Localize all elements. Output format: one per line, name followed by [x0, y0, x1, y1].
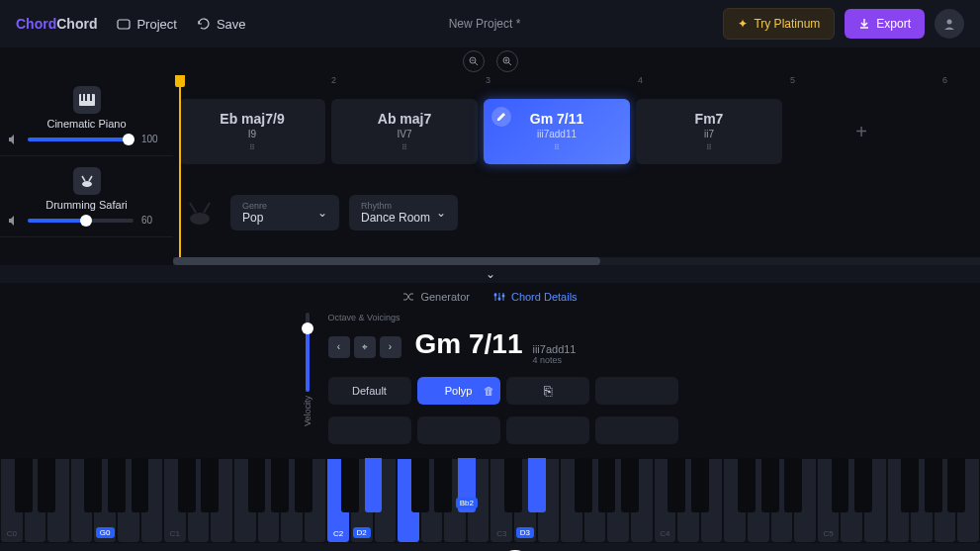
chord-roman: iii7add11 — [537, 129, 577, 139]
zoom-out-icon — [469, 56, 479, 66]
chord-block-active[interactable]: Gm 7/11 iii7add11 ⠿ — [484, 99, 630, 164]
chord-block[interactable]: Eb maj7/9 I9 ⠿ — [179, 99, 325, 164]
horizontal-scrollbar[interactable] — [173, 257, 980, 265]
piano-key-F#5[interactable] — [901, 458, 919, 512]
logo[interactable]: ChordChord — [16, 16, 97, 32]
collapse-toggle[interactable]: ⌄ — [0, 265, 980, 283]
velocity-slider[interactable]: Velocity — [303, 313, 312, 426]
try-platinum-button[interactable]: ✦ Try Platinum — [723, 8, 835, 40]
piano-key-G#0[interactable] — [108, 458, 126, 512]
ruler-mark: 6 — [942, 75, 947, 85]
rhythm-dropdown[interactable]: RhythmDance Room ⌄ — [349, 195, 458, 230]
octave-target-button[interactable]: ⌖ — [354, 336, 376, 358]
volume-slider[interactable] — [28, 138, 134, 141]
piano-key-A#1[interactable] — [295, 458, 312, 512]
dropdown-label: Genre — [242, 201, 267, 211]
save-button[interactable]: Save — [197, 17, 246, 32]
ruler-mark: 2 — [331, 75, 336, 85]
piano-key-G#4[interactable] — [761, 458, 779, 512]
user-icon — [942, 17, 956, 31]
rhythm-drums-icon — [179, 192, 221, 233]
piano-key-F#2[interactable] — [411, 458, 429, 512]
piano-key-D#3[interactable] — [528, 458, 546, 512]
svg-rect-11 — [85, 94, 87, 101]
piano-key-F#1[interactable] — [248, 458, 266, 512]
rhythm-row: GenrePop ⌄ RhythmDance Room ⌄ — [173, 172, 980, 253]
piano-key-G#3[interactable] — [598, 458, 616, 512]
octave-prev-button[interactable]: ‹ — [328, 336, 350, 358]
project-name[interactable]: New Project * — [449, 17, 521, 31]
piano-key-D#5[interactable] — [854, 458, 872, 512]
piano-key-F#0[interactable] — [84, 458, 102, 512]
edit-icon[interactable] — [491, 107, 511, 127]
piano-key-A#4[interactable] — [784, 458, 802, 512]
zoom-in-icon — [502, 56, 512, 66]
piano-key-C#5[interactable] — [832, 458, 849, 512]
export-label: Export — [876, 17, 911, 31]
piano-keyboard[interactable]: C0G0C1C2D2C3D3C4C5Bb2 — [0, 452, 980, 543]
piano-key-A#5[interactable] — [947, 458, 965, 512]
chord-block[interactable]: Fm7 ii7 ⠿ — [636, 99, 782, 164]
octave-next-button[interactable]: › — [380, 336, 401, 358]
add-chord-button[interactable]: + — [788, 99, 935, 164]
chevron-down-icon: ⌄ — [486, 267, 495, 281]
piano-key-G#5[interactable] — [925, 458, 942, 512]
voicing-empty[interactable] — [506, 416, 589, 444]
piano-key-A#3[interactable] — [621, 458, 639, 512]
piano-key-D#0[interactable] — [38, 458, 55, 512]
voicing-empty[interactable] — [595, 416, 678, 444]
star-icon: ✦ — [738, 17, 748, 31]
octave-voicings-label: Octave & Voicings — [328, 313, 678, 322]
timeline: Cinematic Piano 100 Drumming Safari 60 2… — [0, 75, 980, 265]
tab-chord-details[interactable]: Chord Details — [493, 291, 578, 303]
tab-generator[interactable]: Generator — [402, 291, 470, 303]
zoom-out-button[interactable] — [463, 50, 485, 72]
voicing-empty[interactable] — [328, 416, 411, 444]
piano-key-C#0[interactable] — [15, 458, 33, 512]
piano-key-F#4[interactable] — [738, 458, 756, 512]
voicing-active[interactable]: Polyp🗑 — [417, 377, 500, 405]
chord-name: Ab maj7 — [378, 111, 431, 127]
velocity-label: Velocity — [303, 396, 312, 426]
delete-icon[interactable]: 🗑 — [484, 385, 494, 397]
piano-key-A#2[interactable]: Bb2 — [458, 458, 476, 512]
volume-slider[interactable] — [28, 219, 134, 223]
try-platinum-label: Try Platinum — [754, 17, 820, 31]
voicing-controls: Octave & Voicings ‹ ⌖ › Gm 7/11 iii7add1… — [328, 313, 678, 444]
piano-key-C#3[interactable] — [504, 458, 522, 512]
piano-key-G#1[interactable] — [271, 458, 289, 512]
piano-key-G#2[interactable] — [434, 458, 452, 512]
piano-key-F#3[interactable] — [575, 458, 592, 512]
voicing-default[interactable]: Default — [328, 377, 411, 405]
voicing-empty[interactable] — [417, 416, 500, 444]
track-drums[interactable]: Drumming Safari 60 — [0, 156, 173, 237]
volume-value: 60 — [141, 215, 165, 226]
voicing-empty[interactable] — [595, 377, 678, 405]
track-piano[interactable]: Cinematic Piano 100 — [0, 75, 173, 156]
piano-key-D#4[interactable] — [691, 458, 709, 512]
ruler[interactable]: 2 3 4 5 6 — [173, 75, 980, 91]
chord-block[interactable]: Ab maj7 IV7 ⠿ — [331, 99, 478, 164]
track-name: Drumming Safari — [45, 199, 128, 211]
export-button[interactable]: Export — [845, 9, 925, 39]
voicing-add[interactable]: ⎘ — [506, 377, 589, 405]
chord-detail-panel: Generator Chord Details Velocity Octave … — [0, 283, 980, 452]
piano-key-C#1[interactable] — [178, 458, 196, 512]
piano-key-D#1[interactable] — [201, 458, 219, 512]
zoom-in-button[interactable] — [496, 50, 518, 72]
user-avatar[interactable] — [935, 9, 964, 39]
playhead[interactable] — [179, 75, 181, 265]
genre-dropdown[interactable]: GenrePop ⌄ — [230, 195, 339, 230]
project-button[interactable]: Project — [117, 17, 176, 32]
ruler-mark: 5 — [790, 75, 795, 85]
ruler-mark: 3 — [486, 75, 490, 85]
piano-key-C#2[interactable] — [341, 458, 359, 512]
piano-key-A#0[interactable] — [132, 458, 149, 512]
chord-roman: ii7 — [704, 129, 714, 139]
piano-key-C#4[interactable] — [668, 458, 685, 512]
track-name: Cinematic Piano — [46, 118, 126, 130]
svg-point-15 — [493, 294, 496, 297]
piano-key-D#2[interactable] — [365, 458, 383, 512]
header-left: ChordChord Project Save — [16, 16, 246, 32]
app-header: ChordChord Project Save New Project * ✦ … — [0, 0, 980, 47]
